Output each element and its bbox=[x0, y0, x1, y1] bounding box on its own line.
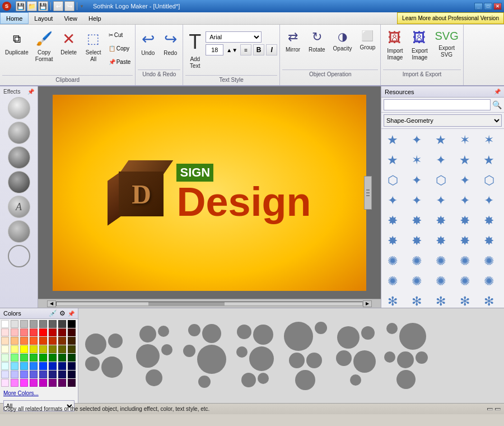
save-button[interactable]: 💾 bbox=[16, 1, 26, 11]
shape-grid-item[interactable]: ✦ bbox=[407, 191, 426, 210]
color-swatch[interactable] bbox=[11, 337, 18, 345]
color-swatch[interactable] bbox=[49, 371, 57, 378]
color-swatch[interactable] bbox=[11, 320, 18, 328]
color-swatch[interactable] bbox=[20, 362, 28, 370]
color-swatch[interactable] bbox=[49, 328, 57, 336]
shape-grid-item[interactable]: ⬡ bbox=[383, 171, 402, 190]
paste-button[interactable]: 📌 Paste bbox=[106, 56, 133, 67]
color-swatch[interactable] bbox=[1, 337, 9, 345]
shape-grid-item[interactable]: ✦ bbox=[455, 191, 474, 210]
shape-grid-item[interactable]: ✺ bbox=[479, 252, 498, 271]
shape-grid-item[interactable]: ✦ bbox=[407, 171, 426, 190]
bold-button[interactable]: B bbox=[253, 44, 264, 55]
color-picker-icon[interactable]: 💉 bbox=[49, 309, 57, 317]
shape-grid-item[interactable]: ★ bbox=[383, 131, 402, 150]
shape-grid-item[interactable]: ✸ bbox=[383, 211, 402, 230]
color-swatch[interactable] bbox=[1, 362, 9, 370]
color-swatch[interactable] bbox=[68, 320, 76, 328]
effect-thumb-3[interactable] bbox=[179, 317, 230, 395]
shape-grid-item[interactable]: ✸ bbox=[431, 211, 450, 230]
color-swatch[interactable] bbox=[49, 354, 57, 362]
canvas-horizontal-scrollbar[interactable]: ◀ ▶ bbox=[38, 299, 381, 308]
effect-item-5[interactable] bbox=[8, 220, 30, 243]
effect-thumb-1[interactable] bbox=[78, 317, 129, 395]
color-swatch[interactable] bbox=[20, 320, 28, 328]
color-swatch[interactable] bbox=[20, 371, 28, 378]
shape-grid-item[interactable]: ✻ bbox=[407, 292, 426, 308]
color-swatch[interactable] bbox=[58, 345, 66, 353]
scroll-thumb[interactable] bbox=[148, 302, 225, 305]
color-swatch[interactable] bbox=[68, 337, 76, 345]
menu-help[interactable]: Help bbox=[83, 12, 107, 24]
color-swatch[interactable] bbox=[30, 379, 38, 387]
menu-layout[interactable]: Layout bbox=[29, 12, 58, 24]
effect-item-6[interactable] bbox=[8, 245, 30, 267]
mirror-button[interactable]: ⇄ Mirror bbox=[282, 28, 304, 68]
font-select[interactable]: Arial bbox=[206, 31, 262, 43]
shape-category-select[interactable]: Shape-Geometry Shape-Nature Shape-Object… bbox=[384, 114, 502, 127]
scroll-track[interactable] bbox=[56, 302, 363, 306]
resources-search-input[interactable] bbox=[384, 99, 491, 110]
color-swatch[interactable] bbox=[11, 354, 18, 362]
shape-grid-item[interactable]: ⬡ bbox=[479, 171, 498, 190]
shape-grid-item[interactable]: ✺ bbox=[479, 272, 498, 291]
export-svg-button[interactable]: SVG ExportSVG bbox=[432, 28, 460, 68]
color-swatch[interactable] bbox=[1, 354, 9, 362]
redo-button[interactable]: ↪ Redo bbox=[160, 28, 180, 68]
shape-grid-item[interactable]: ✸ bbox=[479, 211, 498, 230]
color-swatch[interactable] bbox=[39, 345, 47, 353]
shape-grid-item[interactable]: ✶ bbox=[479, 131, 498, 150]
color-swatch[interactable] bbox=[39, 320, 47, 328]
color-swatch[interactable] bbox=[1, 371, 9, 378]
color-swatch[interactable] bbox=[39, 362, 47, 370]
color-swatch[interactable] bbox=[20, 345, 28, 353]
color-swatch[interactable] bbox=[30, 337, 38, 345]
color-swatch[interactable] bbox=[58, 328, 66, 336]
color-swatch[interactable] bbox=[58, 371, 66, 378]
color-swatch[interactable] bbox=[39, 379, 47, 387]
color-swatch[interactable] bbox=[1, 328, 9, 336]
color-swatch[interactable] bbox=[58, 362, 66, 370]
canvas-scroll-handle[interactable] bbox=[364, 176, 372, 210]
color-swatch[interactable] bbox=[49, 362, 57, 370]
shape-grid-item[interactable]: ✸ bbox=[431, 231, 450, 251]
shape-grid-item[interactable]: ✸ bbox=[455, 231, 474, 251]
shape-grid-item[interactable]: ✸ bbox=[383, 231, 402, 251]
shape-grid-item[interactable]: ✺ bbox=[455, 252, 474, 271]
canvas[interactable]: D SIGN Design bbox=[53, 95, 366, 291]
color-swatch[interactable] bbox=[49, 345, 57, 353]
color-swatch[interactable] bbox=[30, 345, 38, 353]
color-swatch[interactable] bbox=[30, 362, 38, 370]
shape-grid-item[interactable]: ✦ bbox=[383, 191, 402, 210]
shape-grid-item[interactable]: ✸ bbox=[407, 231, 426, 251]
shape-grid-item[interactable]: ✦ bbox=[431, 151, 450, 170]
effect-thumb-4[interactable] bbox=[230, 317, 280, 395]
shape-grid-item[interactable]: ★ bbox=[455, 151, 474, 170]
shape-grid-item[interactable]: ✶ bbox=[407, 151, 426, 170]
color-swatch[interactable] bbox=[20, 337, 28, 345]
shape-grid-item[interactable]: ✸ bbox=[407, 211, 426, 230]
color-swatch[interactable] bbox=[11, 371, 18, 378]
shape-grid-item[interactable]: ⬡ bbox=[431, 171, 450, 190]
shape-grid-item[interactable]: ★ bbox=[383, 151, 402, 170]
delete-button[interactable]: ✕ Delete bbox=[57, 28, 81, 68]
menu-view[interactable]: View bbox=[58, 12, 83, 24]
color-swatch[interactable] bbox=[58, 379, 66, 387]
effects-pin[interactable]: 📌 bbox=[27, 89, 34, 95]
color-swatch[interactable] bbox=[39, 354, 47, 362]
color-swatch[interactable] bbox=[68, 345, 76, 353]
align-left-button[interactable]: ≡ bbox=[240, 44, 251, 55]
select-all-button[interactable]: ⬚ SelectAll bbox=[82, 28, 105, 68]
scroll-right-arrow[interactable]: ▶ bbox=[363, 300, 372, 307]
color-swatch[interactable] bbox=[20, 354, 28, 362]
effect-thumb-5[interactable] bbox=[280, 317, 330, 395]
shape-grid-item[interactable]: ✻ bbox=[431, 292, 450, 308]
shape-grid-item[interactable]: ★ bbox=[479, 151, 498, 170]
color-swatch[interactable] bbox=[68, 354, 76, 362]
effect-item-4[interactable] bbox=[8, 171, 30, 193]
effect-thumb-7[interactable] bbox=[381, 317, 431, 395]
rotate-button[interactable]: ↻ Rotate bbox=[306, 28, 328, 68]
shape-grid-item[interactable]: ✦ bbox=[431, 191, 450, 210]
cut-button[interactable]: ✂ Cut bbox=[106, 29, 133, 40]
shape-grid-item[interactable]: ✺ bbox=[407, 272, 426, 291]
